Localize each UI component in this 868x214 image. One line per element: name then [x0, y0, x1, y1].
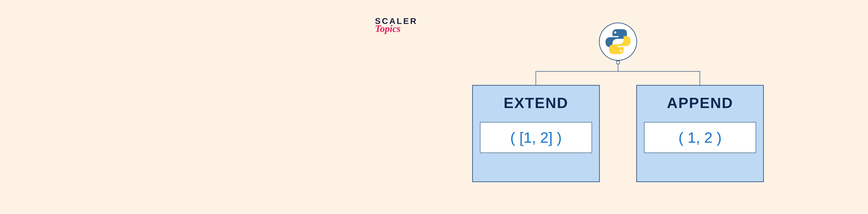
extend-append-diagram: EXTEND ( [1, 2] ) APPEND ( 1, 2 ) — [472, 23, 764, 196]
append-value: ( 1, 2 ) — [644, 122, 756, 153]
extend-title: EXTEND — [480, 94, 592, 111]
svg-point-1 — [620, 49, 622, 52]
connector-line — [700, 71, 700, 85]
extend-value: ( [1, 2] ) — [480, 122, 592, 153]
append-title: APPEND — [644, 94, 756, 111]
svg-point-0 — [614, 31, 616, 34]
connector-line — [535, 71, 536, 85]
connector-line — [618, 64, 618, 71]
extend-box: EXTEND ( [1, 2] ) — [472, 85, 600, 182]
connector-node — [616, 61, 620, 64]
scaler-topics-logo: SCALER Topics — [375, 17, 417, 34]
python-logo-circle — [599, 23, 637, 61]
connector-line — [535, 71, 700, 72]
python-logo-icon — [604, 28, 632, 56]
append-box: APPEND ( 1, 2 ) — [636, 85, 764, 182]
